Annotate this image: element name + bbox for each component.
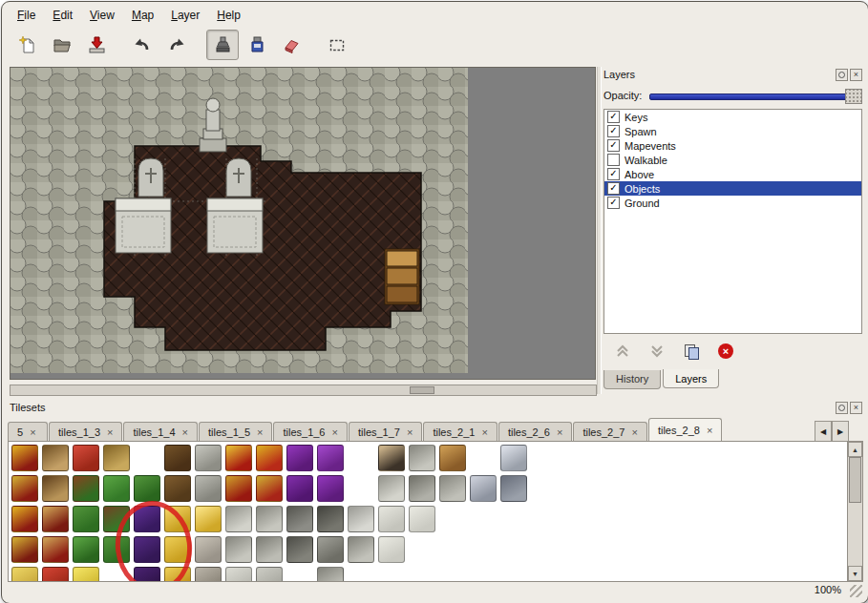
palette-tile[interactable] (133, 505, 161, 533)
layer-visibility-checkbox[interactable]: ✓ (607, 139, 620, 152)
layer-row-walkable[interactable]: Walkable (604, 153, 861, 167)
palette-tile[interactable] (133, 535, 161, 564)
palette-tile[interactable] (255, 444, 284, 472)
palette-tile[interactable] (408, 444, 436, 472)
palette-tile[interactable] (41, 444, 70, 472)
new-file-button[interactable] (11, 30, 44, 60)
tileset-tab-tiles_2_6[interactable]: tiles_2_6× (498, 422, 572, 441)
float-panel-button[interactable] (836, 69, 848, 81)
palette-tile[interactable] (41, 535, 70, 564)
palette-tile[interactable] (347, 474, 375, 503)
palette-tile[interactable] (224, 566, 253, 582)
scroll-up-button[interactable]: ▲ (848, 442, 862, 457)
scrollbar-thumb[interactable] (849, 457, 861, 503)
palette-tile[interactable] (408, 474, 436, 503)
tab-close-icon[interactable]: × (481, 427, 487, 437)
tab-close-icon[interactable]: × (30, 427, 35, 437)
layer-row-objects[interactable]: ✓Objects (604, 181, 861, 196)
menu-map[interactable]: Map (124, 7, 161, 26)
palette-tile[interactable] (102, 474, 131, 503)
scroll-tabs-right-button[interactable]: ▶ (832, 421, 849, 443)
palette-tile[interactable] (163, 566, 192, 582)
rect-select-tool-button[interactable] (321, 30, 353, 60)
palette-tile[interactable] (316, 505, 345, 533)
palette-tile[interactable] (469, 566, 498, 582)
undo-button[interactable] (126, 30, 159, 60)
move-layer-down-button[interactable] (644, 339, 670, 364)
palette-tile[interactable] (347, 566, 375, 582)
palette-tile[interactable] (255, 474, 284, 503)
palette-tile[interactable] (499, 535, 528, 564)
palette-tile[interactable] (133, 474, 161, 503)
palette-tile[interactable] (163, 474, 192, 503)
palette-tile[interactable] (469, 444, 498, 472)
palette-tile[interactable] (377, 535, 406, 564)
menu-file[interactable]: File (10, 7, 43, 26)
eraser-tool-button[interactable] (275, 30, 307, 60)
palette-tile[interactable] (72, 535, 100, 564)
palette-tile[interactable] (377, 566, 406, 582)
layer-visibility-checkbox[interactable]: ✓ (607, 182, 620, 195)
palette-tile[interactable] (72, 444, 100, 472)
palette-tile[interactable] (72, 474, 100, 503)
palette-tile[interactable] (408, 535, 436, 564)
map-horizontal-scrollbar[interactable] (10, 385, 597, 396)
palette-tile[interactable] (11, 474, 39, 503)
palette-tile[interactable] (499, 444, 528, 472)
tab-close-icon[interactable]: × (707, 426, 712, 435)
opacity-slider-handle[interactable] (845, 89, 862, 104)
fill-tool-button[interactable] (241, 30, 273, 60)
palette-tile[interactable] (255, 566, 284, 582)
palette-tile[interactable] (499, 474, 528, 503)
layer-row-keys[interactable]: ✓Keys (604, 110, 861, 124)
palette-tile[interactable] (102, 566, 131, 582)
menu-layer[interactable]: Layer (163, 7, 207, 26)
palette-tile[interactable] (286, 535, 314, 564)
palette-tile[interactable] (72, 505, 100, 533)
palette-tile[interactable] (224, 535, 253, 564)
palette-tile[interactable] (255, 535, 284, 564)
tileset-tab-5[interactable]: 5× (8, 422, 48, 441)
palette-tile[interactable] (11, 535, 39, 564)
palette-tile[interactable] (408, 505, 436, 533)
palette-tile[interactable] (377, 444, 406, 472)
palette-tile[interactable] (316, 535, 345, 564)
palette-tile[interactable] (133, 444, 161, 472)
duplicate-layer-button[interactable] (678, 339, 705, 364)
palette-tile[interactable] (377, 474, 406, 503)
layer-row-ground[interactable]: ✓Ground (604, 196, 861, 210)
stamp-tool-button[interactable] (206, 30, 239, 60)
tileset-tab-tiles_1_3[interactable]: tiles_1_3× (49, 422, 122, 441)
palette-tile[interactable] (347, 535, 375, 564)
tileset-tab-tiles_2_7[interactable]: tiles_2_7× (573, 422, 646, 441)
tab-close-icon[interactable]: × (257, 427, 263, 437)
layer-row-spawn[interactable]: ✓Spawn (604, 124, 861, 138)
tab-close-icon[interactable]: × (332, 427, 338, 437)
resize-grip[interactable] (850, 585, 862, 597)
tileset-tab-tiles_1_6[interactable]: tiles_1_6× (273, 422, 347, 441)
palette-tile[interactable] (347, 505, 375, 533)
map-canvas[interactable] (11, 68, 468, 373)
scroll-down-button[interactable]: ▼ (848, 566, 862, 581)
palette-tile[interactable] (347, 444, 375, 472)
delete-layer-button[interactable]: × (712, 339, 739, 364)
menu-edit[interactable]: Edit (45, 7, 80, 26)
layer-visibility-checkbox[interactable]: ✓ (607, 168, 620, 180)
palette-tile[interactable] (194, 505, 222, 533)
palette-tile[interactable] (102, 505, 131, 533)
save-button[interactable] (80, 30, 113, 60)
layer-visibility-checkbox[interactable]: ✓ (607, 125, 620, 137)
palette-tile[interactable] (133, 566, 161, 582)
palette-tile[interactable] (438, 535, 467, 564)
tileset-tab-tiles_2_1[interactable]: tiles_2_1× (423, 422, 497, 441)
tab-close-icon[interactable]: × (631, 427, 637, 437)
palette-tile[interactable] (469, 535, 498, 564)
palette-tile[interactable] (224, 444, 253, 472)
palette-tile[interactable] (438, 505, 467, 533)
palette-tile[interactable] (499, 505, 528, 533)
palette-tile[interactable] (377, 505, 406, 533)
open-file-button[interactable] (46, 30, 78, 60)
palette-tile[interactable] (316, 566, 345, 582)
palette-tile[interactable] (469, 474, 498, 503)
move-layer-up-button[interactable] (609, 339, 636, 364)
